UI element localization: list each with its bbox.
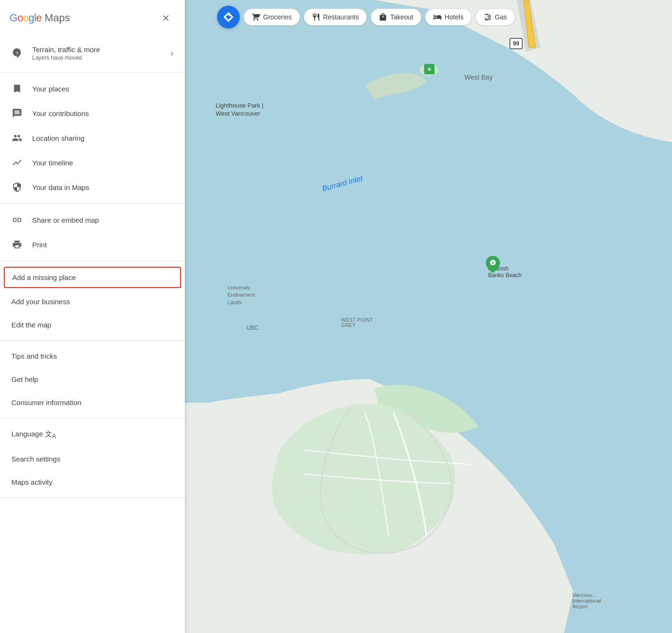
hotels-pill[interactable]: Hotels: [425, 9, 472, 26]
language-label: Language 文A: [11, 430, 56, 438]
category-bar: Groceries Restaurants Takeout Hotels Gas: [213, 6, 672, 28]
groceries-pill[interactable]: Groceries: [244, 9, 300, 26]
cart-icon: [252, 13, 260, 21]
terrain-item[interactable]: Terrain, traffic & more Layers have move…: [0, 38, 185, 68]
highway-99-badge: 99: [509, 38, 523, 49]
your-places-label: Your places: [32, 85, 69, 93]
groceries-label: Groceries: [263, 13, 292, 21]
contributions-icon: [11, 108, 23, 119]
sidebar-item-add-missing-place[interactable]: Add a missing place: [4, 267, 181, 288]
sidebar-item-tips-tricks[interactable]: Tips and tricks: [0, 344, 185, 368]
maps-label: Maps: [45, 12, 70, 24]
restaurants-pill[interactable]: Restaurants: [304, 9, 367, 26]
nav-section: Your places Your contributions Location …: [0, 72, 185, 204]
restaurants-label: Restaurants: [323, 13, 359, 21]
sidebar-item-maps-activity[interactable]: Maps activity: [0, 470, 185, 494]
sidebar-item-search-settings[interactable]: Search settings: [0, 447, 185, 470]
close-button[interactable]: [156, 9, 175, 27]
hotels-label: Hotels: [445, 13, 463, 21]
sidebar-item-consumer-info[interactable]: Consumer information: [0, 391, 185, 414]
data-icon: [11, 181, 23, 193]
share-embed-label: Share or embed map: [32, 216, 99, 224]
location-sharing-icon: [11, 132, 23, 144]
terrain-arrow: ›: [171, 48, 173, 58]
timeline-icon: [11, 157, 23, 168]
gas-pill[interactable]: Gas: [475, 9, 515, 26]
settings-section: Language 文A Search settings Maps activit…: [0, 418, 185, 498]
sidebar-item-add-business[interactable]: Add your business: [0, 290, 185, 313]
tips-tricks-label: Tips and tricks: [11, 352, 57, 360]
add-missing-place-label: Add a missing place: [12, 273, 76, 281]
sidebar-item-print[interactable]: Print: [0, 232, 185, 257]
place-marker[interactable]: ✦: [486, 256, 500, 273]
sidebar-item-your-places[interactable]: Your places: [0, 76, 185, 101]
bag-icon: [379, 13, 387, 21]
map-area[interactable]: West Bay Lighthouse Park |West Vancouver…: [185, 0, 672, 633]
your-data-label: Your data in Maps: [32, 183, 89, 191]
get-help-label: Get help: [11, 375, 38, 383]
sidebar-item-your-timeline[interactable]: Your timeline: [0, 150, 185, 175]
hospital-marker[interactable]: +: [424, 64, 435, 74]
maps-activity-label: Maps activity: [11, 478, 53, 486]
terrain-icon: [11, 47, 23, 59]
gas-icon: [483, 13, 492, 21]
edit-map-label: Edit the map: [11, 321, 51, 329]
share-icon: [11, 214, 23, 226]
directions-button[interactable]: [217, 6, 240, 28]
sidebar-header: Google Maps: [0, 0, 185, 34]
search-settings-label: Search settings: [11, 455, 60, 463]
sidebar-item-language[interactable]: Language 文A: [0, 422, 185, 447]
your-timeline-label: Your timeline: [32, 159, 73, 167]
help-section: Tips and tricks Get help Consumer inform…: [0, 341, 185, 418]
bed-icon: [433, 13, 442, 21]
terrain-title: Terrain, traffic & more: [32, 45, 161, 54]
sidebar-item-get-help[interactable]: Get help: [0, 368, 185, 391]
google-maps-logo: Google Maps: [9, 12, 70, 24]
print-label: Print: [32, 241, 47, 249]
sidebar-item-location-sharing[interactable]: Location sharing: [0, 126, 185, 150]
sidebar-item-share-embed[interactable]: Share or embed map: [0, 208, 185, 232]
terrain-section: Terrain, traffic & more Layers have move…: [0, 34, 185, 72]
sidebar: Google Maps Terrain, traffic & more Laye…: [0, 0, 185, 633]
print-icon: [11, 239, 23, 250]
sidebar-item-edit-map[interactable]: Edit the map: [0, 313, 185, 336]
your-contributions-label: Your contributions: [32, 109, 89, 118]
takeout-label: Takeout: [390, 13, 413, 21]
utensils-icon: [312, 13, 320, 21]
terrain-subtitle: Layers have moved: [32, 54, 161, 61]
sidebar-item-your-data[interactable]: Your data in Maps: [0, 175, 185, 199]
map-svg: [185, 0, 672, 633]
edit-section: Add a missing place Add your business Ed…: [0, 261, 185, 341]
svg-text:✦: ✦: [491, 261, 495, 265]
location-sharing-label: Location sharing: [32, 134, 84, 142]
sidebar-item-your-contributions[interactable]: Your contributions: [0, 101, 185, 126]
bookmark-icon: [11, 83, 23, 94]
gas-label: Gas: [495, 13, 507, 21]
utility-section: Share or embed map Print: [0, 204, 185, 261]
takeout-pill[interactable]: Takeout: [371, 9, 421, 26]
svg-text:+: +: [427, 65, 431, 73]
terrain-content: Terrain, traffic & more Layers have move…: [32, 45, 161, 61]
add-business-label: Add your business: [11, 298, 70, 306]
consumer-info-label: Consumer information: [11, 398, 82, 407]
